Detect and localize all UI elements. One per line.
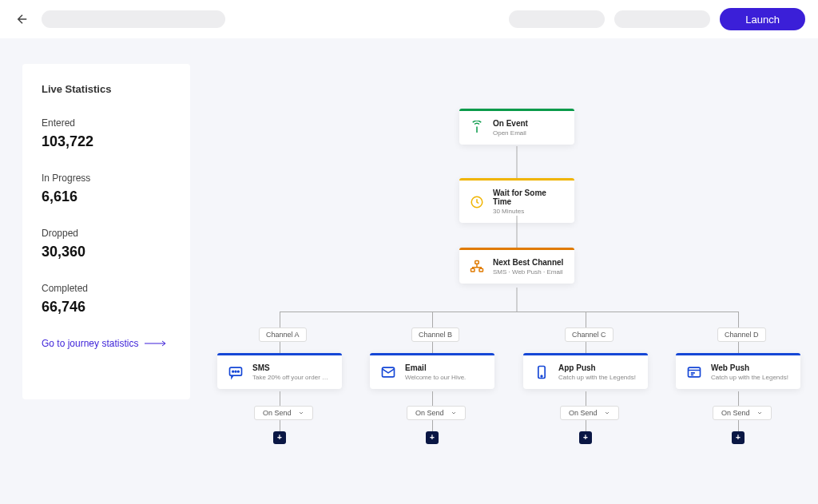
email-icon <box>379 363 397 381</box>
svg-point-6 <box>235 371 236 372</box>
add-step-button-a[interactable] <box>273 431 286 444</box>
channel-tag-d: Channel D <box>717 327 766 342</box>
header: Launch <box>0 0 818 38</box>
channel-tag-a: Channel A <box>259 327 307 342</box>
back-button[interactable] <box>13 10 32 29</box>
clock-icon <box>469 194 485 210</box>
stats-link[interactable]: Go to journey statistics <box>42 338 171 349</box>
connector <box>517 216 518 248</box>
node-on-event[interactable]: On Event Open Email <box>459 109 574 145</box>
stat-entered: Entered 103,722 <box>42 117 171 150</box>
stat-in-progress: In Progress 6,616 <box>42 173 171 205</box>
channel-email[interactable]: Email Welcome to our Hive. <box>370 353 494 389</box>
stat-completed: Completed 66,746 <box>42 283 171 315</box>
browser-icon <box>685 363 703 381</box>
connector <box>517 288 518 312</box>
chevron-down-icon <box>756 410 763 416</box>
stat-dropped: Dropped 30,360 <box>42 228 171 260</box>
connector <box>517 146 518 178</box>
connector <box>586 312 586 327</box>
svg-point-5 <box>232 371 234 372</box>
chevron-down-icon <box>451 410 457 416</box>
svg-rect-2 <box>471 268 475 272</box>
add-step-button-b[interactable] <box>426 431 439 444</box>
antenna-icon <box>469 120 485 136</box>
stats-title: Live Statistics <box>42 83 171 95</box>
stats-panel: Live Statistics Entered 103,722 In Progr… <box>22 64 190 399</box>
connector <box>738 312 739 327</box>
title-placeholder <box>42 10 225 28</box>
channel-sms[interactable]: SMS Take 20% off your order with code ..… <box>217 353 342 389</box>
flow-canvas: On Event Open Email Wait for Some Time 3… <box>216 64 818 504</box>
branch-icon <box>469 259 485 275</box>
on-send-dropdown-d[interactable]: On Send <box>713 406 772 420</box>
channel-tag-b: Channel B <box>411 327 459 342</box>
on-send-dropdown-c[interactable]: On Send <box>560 406 619 420</box>
action-placeholder-1 <box>509 10 605 28</box>
channel-app-push[interactable]: App Push Catch up with the Legends! <box>523 353 648 389</box>
svg-rect-3 <box>479 268 483 272</box>
node-next-best-channel[interactable]: Next Best Channel SMS · Web Push · Email <box>459 248 574 284</box>
connector <box>432 312 433 327</box>
connector <box>280 312 280 327</box>
add-step-button-d[interactable] <box>732 431 745 444</box>
chevron-down-icon <box>298 410 304 416</box>
on-send-dropdown-b[interactable]: On Send <box>407 406 466 420</box>
svg-point-7 <box>238 371 240 372</box>
svg-point-10 <box>541 375 542 377</box>
sms-icon <box>227 363 244 381</box>
connector <box>280 312 738 312</box>
action-placeholder-2 <box>614 10 710 28</box>
add-step-button-c[interactable] <box>579 431 592 444</box>
channel-web-push[interactable]: Web Push Catch up with the Legends! <box>676 353 800 389</box>
svg-rect-1 <box>475 261 479 264</box>
mobile-icon <box>533 363 550 381</box>
chevron-down-icon <box>604 410 610 416</box>
on-send-dropdown-a[interactable]: On Send <box>254 406 313 420</box>
channel-tag-c: Channel C <box>565 327 614 342</box>
launch-button[interactable]: Launch <box>720 8 805 30</box>
